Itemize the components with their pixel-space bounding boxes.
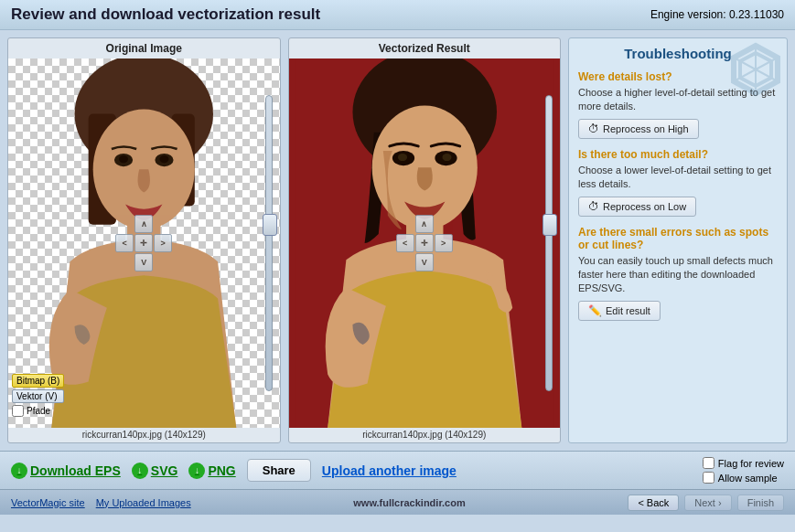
pfade-checkbox[interactable] [12, 405, 24, 417]
trouble-q3: Are there small errors such as spots or … [578, 226, 778, 251]
original-title: Original Image [106, 38, 182, 59]
vectorized-filename: rickcurran140px.jpg (140x129) [362, 428, 486, 442]
allow-sample-label: Allow sample [718, 473, 778, 484]
uploaded-images-link[interactable]: My Uploaded Images [96, 497, 191, 508]
hex-decoration [728, 42, 783, 100]
download-eps-label: Download EPS [30, 463, 121, 478]
reprocess-high-label: Reprocess on High [603, 123, 689, 134]
flag-review-label: Flag for review [718, 458, 784, 469]
nav-empty-br [154, 253, 172, 271]
nav-vec-empty-tr [435, 215, 453, 233]
download-svg-icon: ↓ [132, 463, 148, 479]
download-eps-link[interactable]: ↓ Download EPS [11, 463, 121, 479]
pfade-checkbox-row: Pfade [12, 405, 64, 417]
reprocess-low-button[interactable]: ⏱ Reprocess on Low [578, 197, 696, 217]
vectorized-title: Vectorized Result [379, 38, 470, 59]
pencil-icon: ✏️ [588, 304, 602, 317]
reprocess-low-label: Reprocess on Low [603, 201, 686, 212]
review-options: Flag for review Allow sample [703, 457, 784, 484]
allow-sample-option[interactable]: Allow sample [703, 472, 784, 484]
original-nav-controls: ∧ < ✛ > V [115, 215, 172, 271]
nav-vec-empty-tl [396, 215, 414, 233]
nav-center-original[interactable]: ✛ [134, 234, 153, 252]
download-png-link[interactable]: ↓ PNG [188, 463, 235, 479]
svg-point-8 [159, 155, 168, 163]
next-button: Next › [684, 495, 731, 511]
download-png-label: PNG [208, 463, 235, 478]
bottom-toolbar: ↓ Download EPS ↓ SVG ↓ PNG Share Upload … [0, 451, 795, 489]
vectorized-image-panel: Vectorized Result [288, 37, 562, 443]
vectorized-slider-thumb[interactable] [543, 214, 557, 236]
share-button[interactable]: Share [247, 459, 311, 482]
nav-left-vectorized[interactable]: < [396, 234, 414, 252]
footer-links: VectorMagic site My Uploaded Images [11, 497, 191, 508]
reprocess-high-button[interactable]: ⏱ Reprocess on High [578, 119, 699, 139]
view-mode-controls: Bitmap (B) Vektor (V) Pfade [12, 374, 64, 417]
download-png-icon: ↓ [188, 463, 205, 479]
trouble-q2: Is there too much detail? [578, 148, 778, 161]
upload-link[interactable]: Upload another image [322, 463, 457, 478]
trouble-desc2: Choose a lower level-of-detail setting t… [578, 164, 778, 192]
nav-empty-tl [115, 215, 134, 233]
svg-point-16 [442, 154, 451, 161]
footer: VectorMagic site My Uploaded Images www.… [0, 489, 795, 515]
nav-right-original[interactable]: > [154, 234, 172, 252]
nav-empty-tr [154, 215, 172, 233]
allow-sample-checkbox[interactable] [703, 472, 714, 484]
nav-center-vectorized[interactable]: ✛ [415, 234, 434, 252]
trouble-section-3: Are there small errors such as spots or … [578, 226, 778, 321]
trouble-desc3: You can easily touch up small defects mu… [578, 254, 778, 296]
nav-left-original[interactable]: < [115, 234, 134, 252]
clock-icon-1: ⏱ [588, 122, 599, 135]
vectormagic-site-link[interactable]: VectorMagic site [11, 497, 85, 508]
finish-button: Finish [737, 495, 784, 511]
vektor-view-btn[interactable]: Vektor (V) [12, 389, 64, 403]
vectorized-nav-controls: ∧ < ✛ > V [396, 215, 453, 271]
vectorized-canvas: ∧ < ✛ > V [289, 59, 561, 428]
troubleshoot-panel: Troubleshooting Were details lost? Choos… [568, 37, 788, 443]
vectorized-slider [545, 95, 553, 390]
flag-review-option[interactable]: Flag for review [703, 457, 784, 469]
nav-up-original[interactable]: ∧ [134, 215, 153, 233]
pfade-label: Pfade [27, 406, 50, 416]
footer-watermark: www.fullcrackindir.com [353, 497, 465, 508]
clock-icon-2: ⏱ [588, 200, 599, 213]
svg-point-15 [397, 154, 406, 161]
svg-point-7 [119, 155, 128, 163]
trouble-section-2: Is there too much detail? Choose a lower… [578, 148, 778, 217]
page-title: Review and download vectorization result [11, 5, 320, 24]
nav-empty-bl [115, 253, 134, 271]
nav-down-vectorized[interactable]: V [415, 253, 434, 271]
edit-result-button[interactable]: ✏️ Edit result [578, 301, 661, 321]
nav-up-vectorized[interactable]: ∧ [415, 215, 434, 233]
original-slider-track[interactable] [265, 95, 273, 390]
engine-version: Engine version: 0.23.11030 [650, 8, 784, 21]
edit-result-label: Edit result [606, 305, 650, 316]
original-image-panel: Original Image [7, 37, 281, 443]
header: Review and download vectorization result… [0, 0, 795, 30]
original-slider [265, 95, 273, 390]
nav-down-original[interactable]: V [134, 253, 153, 271]
original-canvas: ∧ < ✛ > V [8, 59, 280, 428]
vectorized-slider-track[interactable] [545, 95, 553, 390]
download-svg-link[interactable]: ↓ SVG [132, 463, 178, 479]
original-filename: rickcurran140px.jpg (140x129) [82, 428, 206, 442]
back-button[interactable]: < Back [628, 495, 679, 511]
download-eps-icon: ↓ [11, 463, 27, 479]
footer-nav: < Back Next › Finish [628, 495, 784, 511]
original-slider-thumb[interactable] [263, 214, 277, 236]
download-svg-label: SVG [151, 463, 178, 478]
flag-review-checkbox[interactable] [703, 457, 714, 469]
nav-vec-empty-br [435, 253, 453, 271]
bitmap-view-btn[interactable]: Bitmap (B) [12, 374, 64, 388]
nav-right-vectorized[interactable]: > [435, 234, 453, 252]
nav-vec-empty-bl [396, 253, 414, 271]
main-content: Original Image [0, 30, 795, 451]
